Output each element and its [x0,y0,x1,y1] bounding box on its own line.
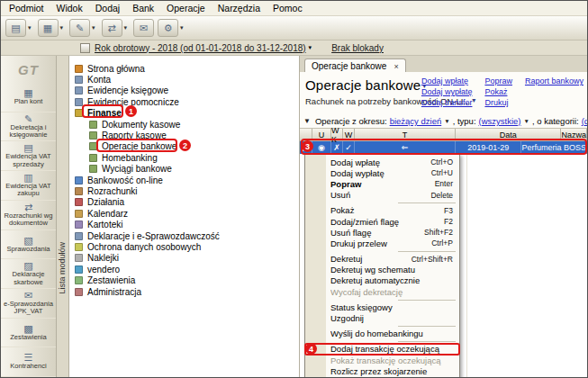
tree-item[interactable]: Kalendarz [69,208,299,219]
toolbar-icon: ✎ [69,19,90,37]
tree-item[interactable]: Kartoteki [69,219,299,230]
chevron-down-icon[interactable]: ▾ [60,24,64,32]
table-header-cell[interactable]: W K [331,129,343,141]
filter-icon[interactable]: ▼ [303,117,311,125]
mail-icon[interactable]: ✉ ▾ [133,19,154,37]
module-item-vat-sprzedazy[interactable]: ▤ Ewidencja VAT sprzedaży [1,141,56,171]
filter-type-link[interactable]: (wszystkie) [479,116,521,126]
menu-item[interactable]: Dodaj [89,2,126,14]
table-header-cell[interactable]: Nazwa [561,129,587,141]
menu-item[interactable]: Widok [50,2,89,14]
lock-status-link[interactable]: Brak blokady [331,43,384,53]
filter-label: , typu: [453,116,476,126]
table-header-cell[interactable]: U [312,129,331,141]
context-menu-item[interactable]: Uzgodnij [305,312,459,323]
context-menu-item[interactable]: Status księgowy [305,302,459,312]
module-item-dekretacja[interactable]: ✎ Dekretacja i księgowanie [1,112,56,142]
module-item-sprawozdania[interactable]: ▧ Sprawozdania [1,230,56,260]
tree-item[interactable]: Raporty kasowe [69,130,299,140]
tree-item[interactable]: vendero [69,264,299,274]
module-item-plan-kont[interactable]: ▦ Plan kont [1,83,56,112]
menu-item[interactable]: Bank [126,2,160,14]
context-menu-item[interactable]: Popraw Enter [305,178,459,189]
action-link[interactable]: Raport bankowy [525,76,583,86]
context-menu-item[interactable]: Pokaż F3 [305,205,459,216]
tree-item[interactable]: Ewidencje księgowe [69,86,299,96]
context-menu-item[interactable]: Dodaj/zmień flagę F2 [305,216,459,227]
context-menu-item[interactable]: Dekretuj automatycznie [305,275,459,286]
module-label: Sprawozdania [6,246,50,254]
tree-item[interactable]: Dokumenty kasowe [69,119,299,130]
table-cell: ✓ [343,141,355,154]
tree-item[interactable]: Homebanking [69,152,299,163]
tree-item[interactable]: Działania [69,197,299,208]
chevron-down-icon[interactable]: ▾ [309,44,312,51]
tree-item[interactable]: Bankowość on-line [69,175,299,185]
tree-item[interactable]: Ochrona danych osobowych [69,241,299,252]
context-menu-item[interactable]: Drukuj przelew Ctrl+P [305,238,459,248]
tree-item[interactable]: Deklaracje i e-Sprawozdawczość [69,230,299,241]
context-menu-item[interactable]: Usuń Delete [305,190,459,201]
menu-item[interactable]: Podmiot [3,2,50,14]
action-link[interactable]: Dodaj wypłatę [421,87,473,96]
menu-item[interactable]: Operacje [160,2,212,14]
filter-category-link[interactable]: (dowolna) [582,116,587,126]
module-item-rozrachunki[interactable]: ⇄ Rozrachunki wg dokumentów [1,201,56,230]
tree-item-finanse[interactable]: Finanse [69,108,299,119]
tree-item-operacje-bankowe[interactable]: Operacje bankowe [69,141,299,152]
action-link[interactable]: Pokaż [484,87,512,96]
table-header-cell[interactable] [300,129,312,141]
side-tab-lista-modulow[interactable]: Lista modułów [57,56,69,377]
tree-item[interactable]: Wyciągi bankowe [69,164,299,175]
action-link[interactable]: Drukuj [484,98,512,107]
add-document-icon[interactable]: ▤ ▾ [5,19,34,37]
action-link[interactable]: Popraw [484,76,512,86]
module-item-vat-zakupu[interactable]: ▥ Ewidencja VAT zakupu [1,171,56,201]
chevron-down-icon[interactable]: ▾ [124,24,128,32]
module-item-zestawienia[interactable]: ▩ Zestawienia [1,319,56,348]
table-header-cell[interactable]: Data [456,129,561,141]
chevron-down-icon[interactable]: ▼ [444,118,449,124]
chevron-down-icon[interactable]: ▾ [180,24,184,32]
app-logo: GT [1,56,56,83]
bank-operations-icon[interactable]: ⇄ ▾ [102,19,131,37]
action-link[interactable]: Dodaj wpłatę [421,76,473,86]
tree-item[interactable]: Strona główna [69,63,299,74]
context-menu-item[interactable]: Wyślij do homebankingu [305,328,459,339]
chevron-down-icon[interactable]: ▾ [92,24,95,32]
table-header-cell[interactable]: W [343,129,355,141]
tree-item-icon [75,86,83,94]
menu-item[interactable]: Pomoc [267,2,309,14]
close-icon[interactable]: × [394,62,398,71]
menu-item[interactable]: Narzędzia [212,2,267,14]
context-menu-item-label: Uzgodnij [330,313,448,323]
module-item-deklaracje[interactable]: ▨ Deklaracje skarbowe [1,259,56,289]
fiscal-year-selector[interactable]: Rok obrotowy - 2018 (od 01-01-2018 do 31… [95,43,306,53]
module-item-kontrahenci[interactable]: ☰ Kontrahenci [1,347,56,377]
context-menu-item[interactable]: Dodaj wypłatę Ctrl+U [305,167,459,178]
tab-operacje-bankowe[interactable]: Operacje bankowe × [304,58,406,72]
context-menu-item[interactable]: Dekretuj Ctrl+Shift+R [305,254,459,265]
settings-icon[interactable]: ⚙ ▾ [158,19,186,37]
filter-period-link[interactable]: bieżący dzień [390,116,442,126]
documents-icon[interactable]: ▦ ▾ [38,19,67,37]
chevron-down-icon[interactable]: ▼ [524,118,529,124]
tree-item[interactable]: Rozrachunki [69,185,299,196]
context-menu-item[interactable]: Rozlicz przez skojarzenie [305,365,459,376]
tree-item[interactable]: Naklejki [69,253,299,264]
action-link[interactable]: Dodaj transfer [421,98,473,107]
context-menu-item[interactable]: Dekretuj wg schematu [305,265,459,275]
tree-item-label: Raporty kasowe [102,130,167,140]
context-menu-item[interactable]: Dodaj wpłatę Ctrl+O [305,157,459,167]
tree-item[interactable]: Konta [69,74,299,85]
module-item-jpk-vat[interactable]: ✉ e-Sprawozdania JPK_VAT [1,289,56,319]
menu-item-dodaj-transakcje-oczekujaca[interactable]: Dodaj transakcję oczekującą [305,344,459,355]
edit-icon[interactable]: ✎ ▾ [69,19,98,37]
tree-item[interactable]: Zestawienia [69,274,299,285]
chevron-down-icon[interactable]: ▾ [28,24,32,32]
table-header-cell[interactable]: T [355,129,456,141]
context-menu-item[interactable]: Usuń flagę Shift+F2 [305,227,459,238]
table-row-selected[interactable]: ▶◉✗✓⇐2019-01-29Perfumeria BOSS [300,141,587,154]
tree-item[interactable]: Ewidencje pomocnicze [69,96,299,107]
tree-item[interactable]: Administracja [69,286,299,297]
